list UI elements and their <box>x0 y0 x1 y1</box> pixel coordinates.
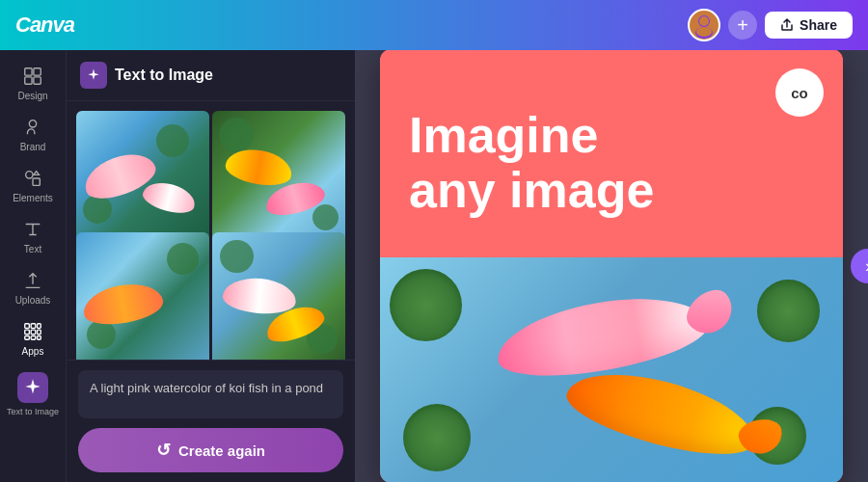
co-badge: co <box>775 68 824 117</box>
svg-rect-18 <box>38 330 41 335</box>
svg-rect-14 <box>25 330 30 335</box>
svg-rect-5 <box>34 68 41 75</box>
canvas-area: Imagine any image co › <box>355 50 868 482</box>
panel-sparkle-icon <box>86 67 101 83</box>
sidebar-item-elements[interactable]: Elements <box>0 160 66 211</box>
panel-footer: A light pink watercolor of koi fish in a… <box>67 360 355 482</box>
svg-point-8 <box>29 120 36 127</box>
big-fish-orange <box>560 358 763 469</box>
text-to-image-icon <box>17 372 48 403</box>
image-cell-2[interactable] <box>212 111 345 244</box>
panel-header: Text to Image <box>67 50 355 101</box>
image-cell-4[interactable] <box>212 232 345 361</box>
panel: Text to Image <box>66 50 355 482</box>
svg-rect-10 <box>33 178 40 185</box>
svg-point-3 <box>696 27 712 37</box>
image-cell-3[interactable] <box>76 232 209 361</box>
panel-header-icon <box>80 62 107 89</box>
canvas-headline: Imagine any image <box>409 108 814 218</box>
sidebar-item-text[interactable]: Text <box>0 211 66 262</box>
canvas-card: Imagine any image co <box>380 50 843 482</box>
image-grid <box>67 101 355 360</box>
sidebar-icons: Design Brand Elements Text <box>0 50 66 482</box>
lily-pad-1 <box>390 269 462 341</box>
svg-rect-12 <box>31 324 36 329</box>
svg-rect-6 <box>25 77 32 84</box>
text-icon <box>22 219 43 240</box>
svg-rect-16 <box>25 336 30 340</box>
share-button[interactable]: Share <box>765 12 853 39</box>
brand-icon <box>22 117 43 138</box>
uploads-icon <box>22 270 43 291</box>
sidebar-item-uploads[interactable]: Uploads <box>0 262 66 313</box>
canvas-bottom-section <box>380 257 843 482</box>
svg-rect-11 <box>25 324 30 329</box>
elements-icon <box>22 168 43 189</box>
create-again-button[interactable]: ↺ Create again <box>78 428 343 472</box>
svg-rect-13 <box>38 324 41 329</box>
canva-logo: Canva <box>15 13 74 38</box>
design-icon <box>22 66 43 87</box>
svg-rect-7 <box>34 77 41 84</box>
svg-point-9 <box>26 172 33 178</box>
avatar[interactable] <box>688 9 720 41</box>
svg-point-2 <box>699 16 709 26</box>
lily-pad-2 <box>757 280 820 342</box>
svg-rect-15 <box>31 330 36 335</box>
sparkle-icon <box>22 377 43 398</box>
create-again-label: Create again <box>178 442 265 459</box>
next-arrow[interactable]: › <box>851 249 868 283</box>
sidebar-item-apps[interactable]: Apps <box>0 313 66 364</box>
svg-rect-17 <box>31 336 36 340</box>
share-icon <box>780 18 794 32</box>
sidebar-item-brand[interactable]: Brand <box>0 109 66 160</box>
big-fish-pink <box>492 284 713 388</box>
prompt-box: A light pink watercolor of koi fish in a… <box>78 370 343 418</box>
panel-title: Text to Image <box>115 67 213 84</box>
canvas-top-section: Imagine any image co <box>380 50 843 257</box>
add-button[interactable]: + <box>728 11 757 40</box>
refresh-icon: ↺ <box>156 440 171 461</box>
lily-pad-3 <box>403 404 471 471</box>
svg-rect-19 <box>38 336 41 340</box>
topbar-left: Canva <box>15 13 74 38</box>
apps-icon <box>22 321 43 342</box>
image-cell-1[interactable] <box>76 111 209 244</box>
sidebar-item-design[interactable]: Design <box>0 58 66 109</box>
topbar: Canva + Share <box>0 0 868 50</box>
main-content: Design Brand Elements Text <box>0 50 868 482</box>
sidebar-item-text-to-image[interactable]: Text to Image <box>0 364 66 424</box>
topbar-right: + Share <box>688 9 853 41</box>
svg-rect-4 <box>25 68 32 75</box>
